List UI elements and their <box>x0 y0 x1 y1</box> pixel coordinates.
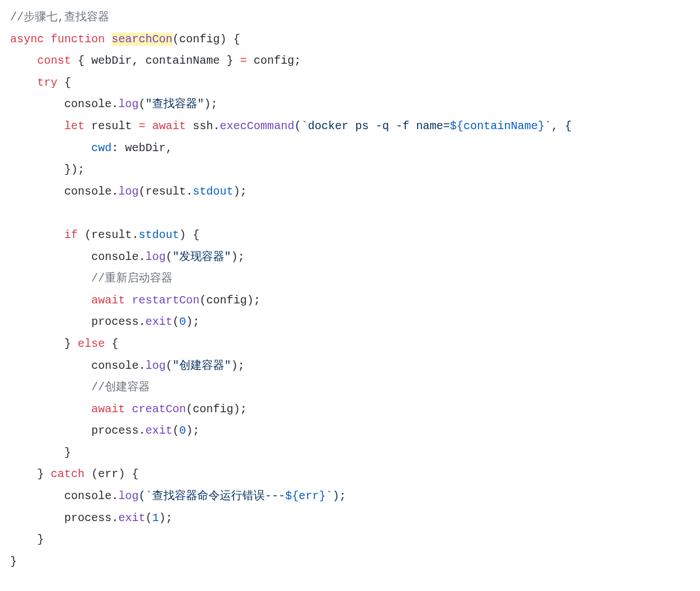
eq: = <box>240 54 247 67</box>
p: (result. <box>139 185 193 198</box>
p: ( <box>172 315 179 328</box>
p: ); <box>186 424 200 437</box>
fn-log: log <box>118 98 139 111</box>
fn-log: log <box>145 250 166 263</box>
ssh: ssh. <box>186 120 220 133</box>
brace-close: } <box>10 555 17 568</box>
tpl-err-close: `); <box>326 489 346 502</box>
p: ); <box>231 359 245 372</box>
obj-close: }); <box>64 163 85 176</box>
p: ); <box>186 315 200 328</box>
p: ( <box>166 250 172 263</box>
if-open: (result. <box>78 228 139 241</box>
stdout: stdout <box>139 228 179 241</box>
brace: { <box>57 76 71 89</box>
console: console. <box>91 359 145 372</box>
fn-exit: exit <box>145 424 172 437</box>
str-create: "创建容器" <box>172 359 231 372</box>
str-search: "查找容器" <box>145 98 204 111</box>
comment-restart: //重新启动容器 <box>91 272 172 285</box>
fn-searchcon: searchCon <box>112 33 172 46</box>
process: process. <box>91 424 145 437</box>
console: console. <box>91 250 145 263</box>
kw-if: if <box>64 228 78 241</box>
kw-async: async <box>10 33 44 46</box>
fn-exit: exit <box>145 315 172 328</box>
p: ( <box>145 511 152 524</box>
tpl-interp: ${containName} <box>450 120 544 133</box>
kw-else: else <box>78 337 105 350</box>
kw-await: await <box>91 294 125 307</box>
tpl-close: `, { <box>544 120 571 133</box>
tpl-open: (`docker ps -q -f name= <box>294 120 450 133</box>
cwd-key: cwd <box>91 142 112 155</box>
p: ); <box>159 511 172 524</box>
fn-restart: restartCon <box>132 294 200 307</box>
fn-log: log <box>118 185 139 198</box>
destruct: { webDir, containName } <box>71 54 240 67</box>
call: (config); <box>186 403 247 416</box>
p: ( <box>139 98 145 111</box>
console: console. <box>64 98 118 111</box>
catch-sig: (err) { <box>85 467 139 480</box>
console: console. <box>64 489 118 502</box>
fn-log: log <box>118 489 139 502</box>
brace-close: } <box>64 337 71 350</box>
p: ); <box>231 250 245 263</box>
process: process. <box>64 511 118 524</box>
result: result <box>85 120 139 133</box>
if-close: ) { <box>179 228 200 241</box>
sig: (config) { <box>172 33 240 46</box>
config: config; <box>247 54 301 67</box>
comment-line: //步骤七,查找容器 <box>10 11 109 24</box>
p: ); <box>204 98 218 111</box>
eq: = <box>139 120 145 133</box>
brace-close: } <box>37 467 44 480</box>
num0: 0 <box>179 424 186 437</box>
kw-catch: catch <box>51 467 85 480</box>
kw-try: try <box>37 76 57 89</box>
process: process. <box>91 315 145 328</box>
kw-const: const <box>37 54 71 67</box>
code-block: //步骤七,查找容器 async function searchCon(conf… <box>0 0 700 581</box>
cwd-val: : webDir, <box>112 142 172 155</box>
brace-close: } <box>37 533 44 546</box>
fn-exit: exit <box>118 511 145 524</box>
kw-let: let <box>64 120 85 133</box>
num1: 1 <box>152 511 159 524</box>
str-found: "发现容器" <box>172 250 231 263</box>
num0: 0 <box>179 315 186 328</box>
fn-log: log <box>145 359 166 372</box>
brace: { <box>105 337 118 350</box>
fn-create: creatCon <box>132 403 186 416</box>
console: console. <box>64 185 118 198</box>
comment-create: //创建容器 <box>91 381 150 394</box>
kw-await: await <box>91 403 125 416</box>
fn-exec: execCommand <box>220 120 294 133</box>
stdout: stdout <box>193 185 233 198</box>
p: ); <box>233 185 247 198</box>
p: ( <box>172 424 179 437</box>
kw-await: await <box>152 120 186 133</box>
kw-function: function <box>51 33 105 46</box>
tpl-err-interp: ${err} <box>285 489 326 502</box>
call: (config); <box>200 294 260 307</box>
tpl-err-open: (`查找容器命令运行错误--- <box>139 489 285 502</box>
p: ( <box>166 359 172 372</box>
brace-close: } <box>64 446 71 459</box>
